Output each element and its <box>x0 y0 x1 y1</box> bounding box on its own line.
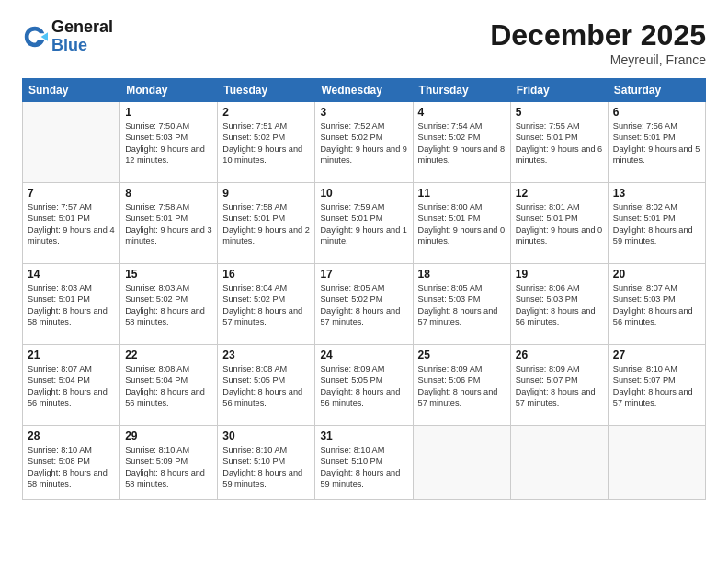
calendar-cell: 10Sunrise: 7:59 AM Sunset: 5:01 PM Dayli… <box>315 183 413 264</box>
cell-info: Sunrise: 8:08 AM Sunset: 5:05 PM Dayligh… <box>222 363 310 409</box>
calendar-cell: 24Sunrise: 8:09 AM Sunset: 5:05 PM Dayli… <box>315 345 413 426</box>
cell-info: Sunrise: 8:07 AM Sunset: 5:03 PM Dayligh… <box>613 282 700 328</box>
cell-info: Sunrise: 7:52 AM Sunset: 5:02 PM Dayligh… <box>320 121 407 167</box>
day-number: 12 <box>516 187 603 200</box>
cell-info: Sunrise: 8:03 AM Sunset: 5:01 PM Dayligh… <box>28 282 115 328</box>
cell-info: Sunrise: 8:06 AM Sunset: 5:03 PM Dayligh… <box>516 282 603 328</box>
day-number: 27 <box>613 349 700 362</box>
day-number: 26 <box>516 349 603 362</box>
calendar-cell: 5Sunrise: 7:55 AM Sunset: 5:01 PM Daylig… <box>510 102 608 183</box>
calendar-cell: 28Sunrise: 8:10 AM Sunset: 5:08 PM Dayli… <box>23 426 120 500</box>
day-number: 5 <box>516 106 603 119</box>
logo-blue: Blue <box>51 37 113 55</box>
day-number: 14 <box>28 268 115 281</box>
calendar-cell: 25Sunrise: 8:09 AM Sunset: 5:06 PM Dayli… <box>413 345 510 426</box>
day-number: 28 <box>28 430 115 442</box>
calendar-cell: 3Sunrise: 7:52 AM Sunset: 5:02 PM Daylig… <box>315 102 413 183</box>
day-number: 19 <box>516 268 603 281</box>
location: Meyreuil, France <box>490 52 706 67</box>
calendar-cell: 26Sunrise: 8:09 AM Sunset: 5:07 PM Dayli… <box>510 345 608 426</box>
day-number: 7 <box>28 187 115 200</box>
calendar-week-2: 7Sunrise: 7:57 AM Sunset: 5:01 PM Daylig… <box>23 183 706 264</box>
day-header-thursday: Thursday <box>413 79 510 102</box>
calendar-cell: 21Sunrise: 8:07 AM Sunset: 5:04 PM Dayli… <box>23 345 120 426</box>
page: General Blue December 2025 Meyreuil, Fra… <box>0 0 728 563</box>
day-number: 10 <box>320 187 407 200</box>
cell-info: Sunrise: 7:56 AM Sunset: 5:01 PM Dayligh… <box>613 121 700 167</box>
cell-info: Sunrise: 8:05 AM Sunset: 5:02 PM Dayligh… <box>320 282 407 328</box>
calendar-cell: 18Sunrise: 8:05 AM Sunset: 5:03 PM Dayli… <box>413 264 510 345</box>
day-number: 23 <box>222 349 310 362</box>
logo-text: General Blue <box>51 18 113 55</box>
day-number: 11 <box>418 187 506 200</box>
day-number: 3 <box>320 106 407 119</box>
cell-info: Sunrise: 7:51 AM Sunset: 5:02 PM Dayligh… <box>222 121 310 167</box>
calendar-cell <box>608 426 705 500</box>
calendar-cell <box>510 426 608 500</box>
calendar-cell: 30Sunrise: 8:10 AM Sunset: 5:10 PM Dayli… <box>218 426 315 500</box>
day-number: 20 <box>613 268 700 281</box>
calendar-cell: 19Sunrise: 8:06 AM Sunset: 5:03 PM Dayli… <box>510 264 608 345</box>
calendar-cell: 9Sunrise: 7:58 AM Sunset: 5:01 PM Daylig… <box>218 183 315 264</box>
calendar-cell: 16Sunrise: 8:04 AM Sunset: 5:02 PM Dayli… <box>218 264 315 345</box>
calendar-week-1: 1Sunrise: 7:50 AM Sunset: 5:03 PM Daylig… <box>23 102 706 183</box>
calendar-cell: 20Sunrise: 8:07 AM Sunset: 5:03 PM Dayli… <box>608 264 705 345</box>
day-header-wednesday: Wednesday <box>315 79 413 102</box>
header: General Blue December 2025 Meyreuil, Fra… <box>22 18 706 67</box>
calendar-cell: 8Sunrise: 7:58 AM Sunset: 5:01 PM Daylig… <box>120 183 218 264</box>
calendar-cell: 29Sunrise: 8:10 AM Sunset: 5:09 PM Dayli… <box>120 426 218 500</box>
calendar-cell: 13Sunrise: 8:02 AM Sunset: 5:01 PM Dayli… <box>608 183 705 264</box>
cell-info: Sunrise: 8:02 AM Sunset: 5:01 PM Dayligh… <box>613 201 700 247</box>
day-number: 16 <box>222 268 310 281</box>
cell-info: Sunrise: 7:59 AM Sunset: 5:01 PM Dayligh… <box>320 201 407 247</box>
day-number: 1 <box>125 106 212 119</box>
calendar: SundayMondayTuesdayWednesdayThursdayFrid… <box>22 78 706 500</box>
calendar-cell: 12Sunrise: 8:01 AM Sunset: 5:01 PM Dayli… <box>510 183 608 264</box>
calendar-cell: 15Sunrise: 8:03 AM Sunset: 5:02 PM Dayli… <box>120 264 218 345</box>
cell-info: Sunrise: 8:01 AM Sunset: 5:01 PM Dayligh… <box>516 201 603 247</box>
cell-info: Sunrise: 8:10 AM Sunset: 5:10 PM Dayligh… <box>320 444 407 490</box>
day-number: 13 <box>613 187 700 200</box>
logo: General Blue <box>22 18 113 55</box>
cell-info: Sunrise: 8:08 AM Sunset: 5:04 PM Dayligh… <box>125 363 212 409</box>
day-number: 21 <box>28 349 115 362</box>
cell-info: Sunrise: 8:03 AM Sunset: 5:02 PM Dayligh… <box>125 282 212 328</box>
cell-info: Sunrise: 8:00 AM Sunset: 5:01 PM Dayligh… <box>418 201 506 247</box>
day-number: 9 <box>222 187 310 200</box>
day-number: 25 <box>418 349 506 362</box>
calendar-header-row: SundayMondayTuesdayWednesdayThursdayFrid… <box>23 79 706 102</box>
logo-icon <box>22 24 48 50</box>
calendar-week-3: 14Sunrise: 8:03 AM Sunset: 5:01 PM Dayli… <box>23 264 706 345</box>
day-number: 2 <box>222 106 310 119</box>
day-number: 18 <box>418 268 506 281</box>
day-header-sunday: Sunday <box>23 79 120 102</box>
day-number: 6 <box>613 106 700 119</box>
cell-info: Sunrise: 7:58 AM Sunset: 5:01 PM Dayligh… <box>125 201 212 247</box>
calendar-cell: 31Sunrise: 8:10 AM Sunset: 5:10 PM Dayli… <box>315 426 413 500</box>
calendar-cell <box>23 102 120 183</box>
calendar-cell: 17Sunrise: 8:05 AM Sunset: 5:02 PM Dayli… <box>315 264 413 345</box>
cell-info: Sunrise: 8:09 AM Sunset: 5:07 PM Dayligh… <box>516 363 603 409</box>
calendar-cell: 7Sunrise: 7:57 AM Sunset: 5:01 PM Daylig… <box>23 183 120 264</box>
day-number: 22 <box>125 349 212 362</box>
cell-info: Sunrise: 8:05 AM Sunset: 5:03 PM Dayligh… <box>418 282 506 328</box>
day-header-saturday: Saturday <box>608 79 705 102</box>
cell-info: Sunrise: 8:10 AM Sunset: 5:07 PM Dayligh… <box>613 363 700 409</box>
calendar-cell: 4Sunrise: 7:54 AM Sunset: 5:02 PM Daylig… <box>413 102 510 183</box>
day-number: 31 <box>320 430 407 442</box>
cell-info: Sunrise: 8:09 AM Sunset: 5:06 PM Dayligh… <box>418 363 506 409</box>
day-number: 4 <box>418 106 506 119</box>
cell-info: Sunrise: 7:55 AM Sunset: 5:01 PM Dayligh… <box>516 121 603 167</box>
calendar-week-5: 28Sunrise: 8:10 AM Sunset: 5:08 PM Dayli… <box>23 426 706 500</box>
day-number: 29 <box>125 430 212 442</box>
day-number: 24 <box>320 349 407 362</box>
calendar-cell: 11Sunrise: 8:00 AM Sunset: 5:01 PM Dayli… <box>413 183 510 264</box>
cell-info: Sunrise: 8:04 AM Sunset: 5:02 PM Dayligh… <box>222 282 310 328</box>
cell-info: Sunrise: 7:54 AM Sunset: 5:02 PM Dayligh… <box>418 121 506 167</box>
month-title: December 2025 <box>490 18 706 52</box>
calendar-week-4: 21Sunrise: 8:07 AM Sunset: 5:04 PM Dayli… <box>23 345 706 426</box>
calendar-cell: 27Sunrise: 8:10 AM Sunset: 5:07 PM Dayli… <box>608 345 705 426</box>
cell-info: Sunrise: 8:10 AM Sunset: 5:10 PM Dayligh… <box>222 444 310 490</box>
day-number: 15 <box>125 268 212 281</box>
cell-info: Sunrise: 7:57 AM Sunset: 5:01 PM Dayligh… <box>28 201 115 247</box>
